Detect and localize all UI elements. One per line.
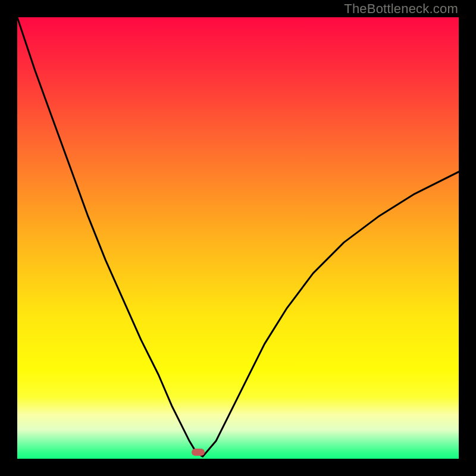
plot-area [17,17,459,459]
bottleneck-curve [17,17,459,459]
chart-frame: TheBottleneck.com [0,0,476,476]
optimum-marker [192,449,205,456]
watermark-text: TheBottleneck.com [344,1,458,17]
